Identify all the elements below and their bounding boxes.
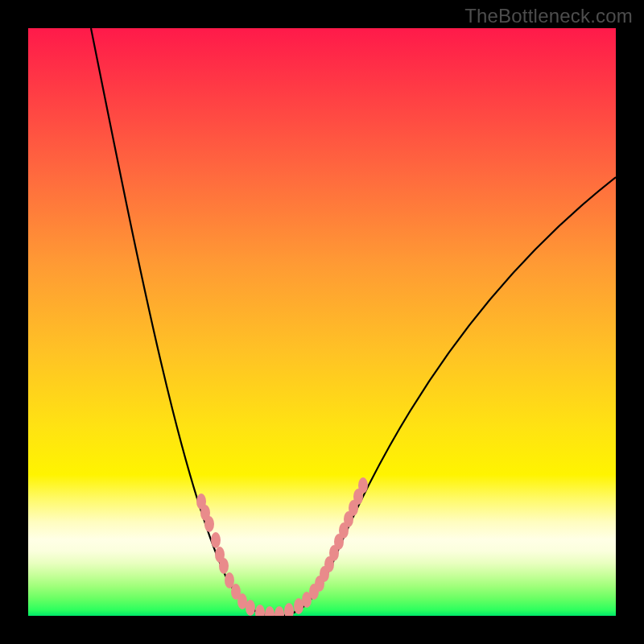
bottleneck-curve	[91, 28, 616, 616]
chart-frame: TheBottleneck.com	[0, 0, 644, 644]
curve-marker	[358, 477, 368, 493]
curve-marker	[275, 606, 284, 616]
chart-svg	[28, 28, 616, 616]
curve-marker	[255, 605, 265, 616]
curve-marker	[204, 516, 214, 532]
curve-marker	[211, 532, 221, 548]
watermark-text: TheBottleneck.com	[464, 5, 633, 27]
marker-group	[196, 477, 368, 616]
curve-marker	[284, 603, 294, 616]
curve-marker	[265, 606, 275, 616]
curve-marker	[219, 558, 229, 574]
curve-marker	[246, 600, 255, 616]
chart-plot-area	[28, 28, 616, 616]
curve-group	[91, 28, 616, 616]
